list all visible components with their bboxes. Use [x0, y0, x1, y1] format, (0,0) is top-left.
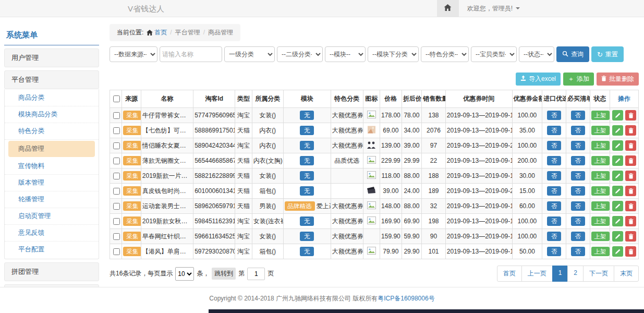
- row-checkbox[interactable]: [113, 233, 120, 240]
- actions-cell: [610, 153, 639, 168]
- edit-button[interactable]: [612, 155, 623, 166]
- category-cell: 内衣(文胸): [252, 153, 283, 168]
- source-badge: 采集: [123, 232, 141, 242]
- delete-button[interactable]: [625, 201, 636, 211]
- module-cell: 品牌精选爱上运动: [283, 199, 331, 214]
- row-checkbox[interactable]: [113, 218, 120, 225]
- column-header: 折后价: [402, 90, 422, 108]
- jump-page-input[interactable]: [247, 268, 265, 280]
- filter-select[interactable]: 一级分类: [224, 46, 275, 62]
- product-name-cell: 牛仔背带裤女秋装减龄...: [141, 108, 193, 123]
- row-checkbox[interactable]: [113, 173, 120, 179]
- filter-select[interactable]: --二级分类--: [277, 46, 323, 62]
- batch-delete-button[interactable]: 批量删除: [597, 73, 639, 86]
- delete-button[interactable]: [625, 171, 636, 181]
- reset-button[interactable]: ↻ 重置: [591, 46, 624, 62]
- sidebar-subitem[interactable]: 意见反馈: [5, 225, 99, 242]
- module-cell: 无: [283, 123, 331, 138]
- status-badge: 上架: [591, 126, 610, 136]
- filter-select[interactable]: --状态--: [519, 46, 554, 62]
- must-buy-badge: 否: [571, 111, 586, 121]
- edit-button[interactable]: [612, 110, 623, 121]
- filter-select[interactable]: --模块--: [325, 46, 366, 62]
- row-checkbox[interactable]: [113, 112, 120, 119]
- select-all-checkbox[interactable]: [113, 95, 120, 102]
- delete-button[interactable]: [625, 110, 636, 121]
- row-checkbox[interactable]: [113, 158, 120, 164]
- add-button[interactable]: ＋ 添加: [563, 73, 594, 86]
- pager-button[interactable]: 末页: [614, 266, 639, 282]
- row-checkbox[interactable]: [113, 127, 120, 134]
- pager-button[interactable]: 首页: [497, 266, 522, 282]
- row-checkbox[interactable]: [113, 142, 120, 149]
- discount-price-cell: 88.00: [402, 168, 422, 184]
- module-cell: 无: [283, 214, 331, 229]
- sidebar-group[interactable]: 拼团管理: [4, 262, 99, 281]
- jump-button[interactable]: 跳转到: [212, 268, 236, 280]
- filter-select[interactable]: --宝贝类型--: [471, 46, 517, 62]
- page-size-select[interactable]: 10: [175, 267, 194, 281]
- import-select-badge: 否: [547, 201, 562, 211]
- table-cell: 采集: [122, 153, 141, 168]
- table-cell: 否: [542, 184, 566, 199]
- edit-button[interactable]: [612, 140, 623, 151]
- row-checkbox[interactable]: [113, 203, 120, 210]
- product-name-cell: 运动套装男士卫衣初秋...: [141, 199, 193, 214]
- delete-button[interactable]: [625, 186, 636, 196]
- sidebar-subitem[interactable]: 特色分类: [5, 123, 99, 140]
- edit-button[interactable]: [612, 231, 623, 242]
- table-cell: [110, 138, 122, 153]
- edit-button[interactable]: [612, 201, 623, 211]
- sidebar-subitem[interactable]: 商品分类: [5, 90, 99, 106]
- delete-button[interactable]: [625, 216, 636, 226]
- delete-button[interactable]: [625, 231, 636, 242]
- icp-link[interactable]: 粤ICP备16098006号: [378, 295, 434, 302]
- edit-button[interactable]: [612, 216, 623, 226]
- column-header: 模块: [283, 90, 331, 108]
- navbar-home-button[interactable]: [437, 0, 459, 17]
- row-checkbox[interactable]: [113, 188, 120, 195]
- edit-button[interactable]: [612, 186, 623, 196]
- table-cell: [110, 168, 122, 184]
- sidebar-subitem[interactable]: 轮播管理: [5, 191, 99, 208]
- sidebar-subitem[interactable]: 平台配置: [5, 242, 99, 258]
- delete-button[interactable]: [625, 140, 636, 151]
- filter-select[interactable]: --特色分类--: [421, 46, 469, 62]
- edit-button[interactable]: [612, 171, 623, 181]
- filter-select[interactable]: --模块下分类--: [368, 46, 419, 62]
- row-checkbox[interactable]: [113, 248, 120, 255]
- sidebar-group[interactable]: 平台管理: [4, 70, 99, 89]
- user-menu[interactable]: 欢迎您，管理员!: [459, 0, 644, 17]
- pager-button[interactable]: 2: [567, 266, 584, 282]
- sidebar-subitem[interactable]: 宣传物料: [5, 158, 99, 175]
- table-toolbar: 导入excel ＋ 添加 批量删除: [110, 73, 639, 86]
- import-select-badge: 否: [547, 186, 562, 196]
- delete-button[interactable]: [625, 125, 636, 136]
- import-excel-button[interactable]: 导入excel: [516, 73, 561, 86]
- delete-button[interactable]: [625, 246, 636, 257]
- pager-button[interactable]: 1: [552, 266, 568, 282]
- status-badge: 上架: [591, 141, 610, 151]
- reset-button-label: 重置: [605, 50, 618, 59]
- breadcrumb-home-link[interactable]: 首页: [154, 29, 167, 36]
- sidebar-subitem[interactable]: 启动页管理: [5, 208, 99, 225]
- sidebar-group[interactable]: 用户管理: [4, 49, 99, 67]
- sidebar-subitem[interactable]: 版本管理: [5, 175, 99, 191]
- table-cell: 上架: [590, 168, 610, 184]
- icon-cell: [363, 214, 380, 229]
- filter-select[interactable]: --数据来源--: [110, 46, 157, 62]
- edit-button[interactable]: [612, 246, 623, 257]
- chevron-down-icon: [516, 7, 520, 9]
- delete-button[interactable]: [625, 155, 636, 166]
- filter-name-input[interactable]: [160, 46, 222, 62]
- sidebar-subitem[interactable]: 商品管理: [8, 141, 95, 157]
- table-cell: 否: [566, 168, 590, 184]
- edit-button[interactable]: [612, 125, 623, 136]
- table-cell: [110, 153, 122, 168]
- pager-button[interactable]: 下一页: [583, 266, 614, 282]
- taoke-id-cell: 596611634525: [193, 229, 235, 244]
- search-button[interactable]: 查询: [556, 46, 589, 62]
- sidebar-subitem[interactable]: 模块商品分类: [5, 106, 99, 123]
- table-row: 采集早春网红针织外套女春...596611634525淘宝女装()无大额优惠券1…: [110, 229, 639, 244]
- pager-button[interactable]: 上一页: [521, 266, 553, 282]
